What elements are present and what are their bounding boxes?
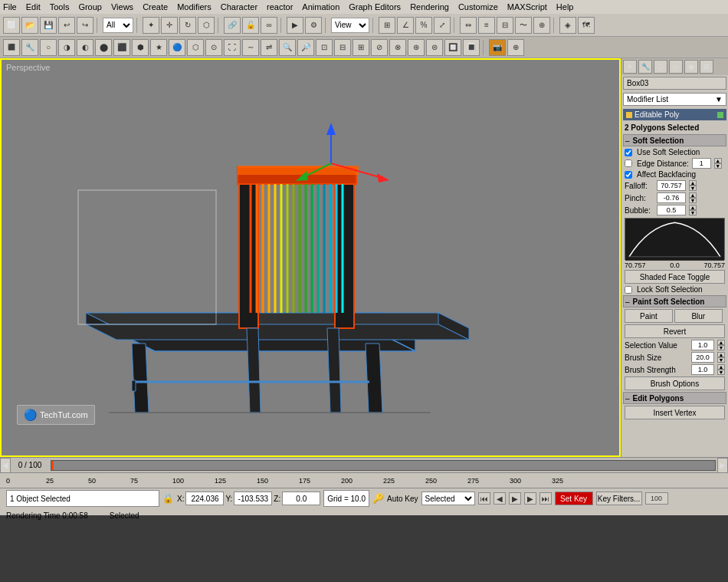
- open-btn[interactable]: 📂: [21, 17, 38, 34]
- tb2-btn13[interactable]: ⛶: [224, 39, 241, 56]
- link-btn[interactable]: 🔗: [224, 17, 241, 34]
- key-filters-btn[interactable]: Key Filters...: [596, 492, 642, 505]
- playback-step-fwd[interactable]: ▶: [524, 492, 536, 505]
- falloff-up[interactable]: ▲: [689, 180, 697, 186]
- angle-snap-btn[interactable]: ∠: [397, 17, 414, 34]
- tb2-btn21[interactable]: ⊘: [371, 39, 388, 56]
- tb2-btn11[interactable]: ⬡: [187, 39, 204, 56]
- pinch-input[interactable]: [657, 192, 686, 203]
- tb2-btn24[interactable]: ⊜: [426, 39, 443, 56]
- falloff-spinner[interactable]: ▲ ▼: [689, 180, 697, 191]
- rp-icon-modify[interactable]: 🔧: [638, 60, 652, 74]
- tb2-btn17[interactable]: 🔎: [297, 39, 314, 56]
- z-input[interactable]: [282, 492, 320, 505]
- edge-distance-spinner[interactable]: ▲ ▼: [714, 158, 722, 169]
- tb2-btn23[interactable]: ⊛: [408, 39, 425, 56]
- schematic-btn[interactable]: ⊕: [533, 17, 550, 34]
- tb2-btn7[interactable]: ⬛: [113, 39, 130, 56]
- scale-btn[interactable]: ⬡: [198, 17, 215, 34]
- map-btn[interactable]: 🗺: [578, 17, 595, 34]
- x-input[interactable]: [185, 492, 224, 505]
- spinner-snap-btn[interactable]: ⤢: [434, 17, 451, 34]
- menu-tools[interactable]: Tools: [50, 2, 70, 12]
- undo-btn[interactable]: ↩: [58, 17, 75, 34]
- menu-reactor[interactable]: reactor: [267, 2, 293, 12]
- tb2-btn22[interactable]: ⊗: [389, 39, 406, 56]
- timeline-left-arrow[interactable]: ◀: [0, 458, 11, 473]
- edge-distance-down[interactable]: ▼: [714, 163, 722, 169]
- menu-customize[interactable]: Customize: [458, 2, 498, 12]
- layer-btn[interactable]: ⊟: [497, 17, 513, 34]
- tb2-btn16[interactable]: 🔍: [279, 39, 296, 56]
- pinch-down[interactable]: ▼: [689, 198, 697, 203]
- selection-value-input[interactable]: [691, 340, 714, 350]
- rp-icon-create[interactable]: ✦: [623, 60, 637, 74]
- percent-snap-btn[interactable]: %: [415, 17, 432, 34]
- redo-btn[interactable]: ↪: [77, 17, 93, 34]
- align-btn[interactable]: ≡: [478, 17, 495, 34]
- bubble-up[interactable]: ▲: [689, 205, 697, 210]
- pinch-spinner[interactable]: ▲ ▼: [689, 192, 697, 203]
- playback-next[interactable]: ⏭: [539, 492, 552, 505]
- bubble-spinner[interactable]: ▲ ▼: [689, 205, 697, 215]
- brush-strength-spinner[interactable]: ▲ ▼: [717, 364, 725, 375]
- pinch-up[interactable]: ▲: [689, 192, 697, 198]
- mirror-btn[interactable]: ⇔: [460, 17, 477, 34]
- lock-icon[interactable]: 🔒: [162, 493, 174, 504]
- bs-up[interactable]: ▲: [717, 352, 725, 357]
- tb2-btn26[interactable]: 🔳: [463, 39, 480, 56]
- menu-views[interactable]: Views: [111, 2, 133, 12]
- tb2-btn4[interactable]: ◑: [58, 39, 75, 56]
- menu-group[interactable]: Group: [78, 2, 102, 12]
- playback-prev[interactable]: ⏮: [478, 492, 490, 505]
- selection-value-spinner[interactable]: ▲ ▼: [717, 340, 725, 350]
- soft-selection-header[interactable]: – Soft Selection: [623, 134, 726, 146]
- rp-icon-hierarchy[interactable]: ⬡: [654, 60, 667, 74]
- render-setup-btn[interactable]: ⚙: [305, 17, 322, 34]
- tb2-btn25[interactable]: 🔲: [444, 39, 461, 56]
- rotate-btn[interactable]: ↻: [179, 17, 196, 34]
- revert-btn[interactable]: Revert: [625, 324, 725, 338]
- shaded-face-toggle-btn[interactable]: Shaded Face Toggle: [625, 270, 725, 284]
- curve-editor-btn[interactable]: 〜: [515, 17, 532, 34]
- tb2-btn18[interactable]: ⊡: [316, 39, 333, 56]
- tb2-btn2[interactable]: 🔧: [21, 39, 38, 56]
- playback-play[interactable]: ▶: [509, 492, 521, 505]
- save-btn[interactable]: 💾: [40, 17, 57, 34]
- brush-options-btn[interactable]: Brush Options: [625, 376, 725, 390]
- tb2-btn20[interactable]: ⊞: [353, 39, 369, 56]
- bst-down[interactable]: ▼: [717, 370, 725, 375]
- edge-distance-input[interactable]: [692, 158, 711, 169]
- edge-distance-up[interactable]: ▲: [714, 158, 722, 163]
- blur-btn[interactable]: Blur: [674, 309, 723, 323]
- tb2-btn10[interactable]: 🔵: [169, 39, 185, 56]
- playback-step-back[interactable]: ◀: [494, 492, 506, 505]
- select-btn[interactable]: ✦: [143, 17, 159, 34]
- bst-up[interactable]: ▲: [717, 364, 725, 370]
- viewport[interactable]: Perspective: [0, 58, 621, 457]
- affect-backfacing-check[interactable]: [625, 171, 632, 179]
- unlink-btn[interactable]: 🔓: [242, 17, 259, 34]
- bubble-input[interactable]: [657, 205, 686, 215]
- selected-dropdown[interactable]: Selected: [421, 492, 475, 505]
- timeline-track[interactable]: [51, 460, 716, 471]
- menu-graph-editors[interactable]: Graph Editors: [349, 2, 401, 12]
- camera-btn[interactable]: 📷: [489, 39, 506, 56]
- edge-distance-check[interactable]: [625, 159, 632, 167]
- object-name-box[interactable]: Box03: [623, 77, 726, 90]
- tb2-btn28[interactable]: ⊕: [507, 39, 524, 56]
- tb2-btn19[interactable]: ⊟: [334, 39, 351, 56]
- render-btn[interactable]: ▶: [287, 17, 303, 34]
- edit-polygons-header[interactable]: – Edit Polygons: [623, 392, 726, 404]
- menu-help[interactable]: Help: [556, 2, 574, 12]
- tb2-btn6[interactable]: ⬤: [95, 39, 112, 56]
- menu-create[interactable]: Create: [143, 2, 168, 12]
- menu-animation[interactable]: Animation: [302, 2, 339, 12]
- rp-icon-display[interactable]: ◉: [684, 60, 698, 74]
- tb2-btn3[interactable]: ○: [40, 39, 57, 56]
- tb2-btn12[interactable]: ⊙: [205, 39, 222, 56]
- set-key-btn[interactable]: Set Key: [555, 492, 593, 505]
- tb2-btn1[interactable]: ⬛: [3, 39, 20, 56]
- menu-edit[interactable]: Edit: [26, 2, 41, 12]
- falloff-input[interactable]: [657, 180, 686, 191]
